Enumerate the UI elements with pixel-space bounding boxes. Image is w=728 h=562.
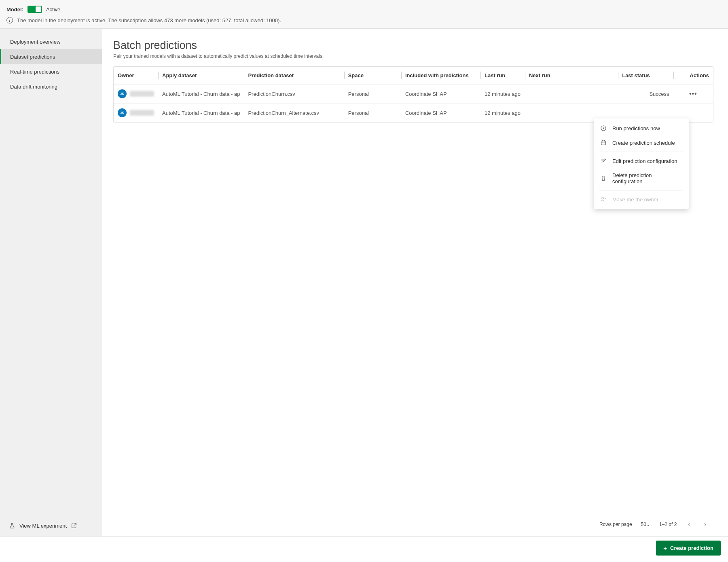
avatar: JK — [118, 108, 127, 117]
plus-icon: + — [663, 545, 667, 551]
svg-rect-1 — [601, 141, 606, 145]
col-prediction-dataset[interactable]: Prediction dataset — [244, 67, 344, 85]
calendar-icon — [600, 139, 607, 146]
predictions-table-wrap: Owner Apply dataset Prediction dataset S… — [113, 66, 713, 123]
menu-delete-config-label: Delete prediction configuration — [612, 172, 682, 184]
cell-included: Coordinate SHAP — [401, 104, 480, 123]
user-icon — [600, 196, 607, 203]
edit-icon — [600, 158, 607, 164]
chevron-down-icon: ⌄ — [646, 522, 650, 527]
cell-apply-dataset: AutoML Tutorial - Churn data - ap — [158, 104, 244, 123]
svg-point-2 — [602, 197, 604, 199]
sidebar: Deployment overview Dataset predictions … — [0, 29, 102, 536]
cell-owner: JK — [114, 104, 158, 123]
info-row: i The model in the deployment is active.… — [6, 17, 722, 23]
owner-name-blurred — [130, 110, 154, 116]
col-last-status[interactable]: Last status — [618, 67, 673, 85]
col-actions: Actions — [673, 67, 713, 85]
menu-make-owner: Make me the owner — [594, 192, 689, 207]
menu-edit-config-label: Edit prediction configuration — [612, 158, 677, 164]
cell-space: Personal — [344, 104, 401, 123]
row-actions-button[interactable]: ••• — [689, 90, 697, 97]
col-apply-dataset[interactable]: Apply dataset — [158, 67, 244, 85]
sidebar-item-dataset-predictions[interactable]: Dataset predictions — [0, 49, 102, 64]
model-status-row: Model: Active — [6, 6, 722, 13]
external-link-icon — [71, 522, 77, 529]
col-last-run[interactable]: Last run — [480, 67, 525, 85]
menu-edit-config[interactable]: Edit prediction configuration — [594, 154, 689, 168]
menu-make-owner-label: Make me the owner — [612, 196, 658, 203]
info-text: The model in the deployment is active. T… — [17, 17, 281, 23]
col-space[interactable]: Space — [344, 67, 401, 85]
view-ml-experiment-label: View ML experiment — [19, 523, 67, 529]
menu-create-schedule-label: Create prediction schedule — [612, 140, 675, 146]
cell-last-run: 12 minutes ago — [480, 85, 525, 104]
run-icon — [600, 125, 607, 131]
sidebar-item-data-drift-monitoring[interactable]: Data drift monitoring — [0, 79, 102, 94]
table-header-row: Owner Apply dataset Prediction dataset S… — [114, 67, 713, 85]
pagination-range: 1–2 of 2 — [659, 522, 677, 527]
model-toggle[interactable] — [28, 6, 42, 13]
cell-included: Coordinate SHAP — [401, 85, 480, 104]
create-prediction-button[interactable]: + Create prediction — [656, 541, 721, 556]
bottom-bar: + Create prediction — [0, 536, 728, 560]
avatar: JK — [118, 89, 127, 98]
view-ml-experiment-link[interactable]: View ML experiment — [0, 515, 102, 536]
pagination-next[interactable]: › — [702, 521, 709, 528]
cell-apply-dataset: AutoML Tutorial - Churn data - ap — [158, 85, 244, 104]
predictions-table: Owner Apply dataset Prediction dataset S… — [114, 67, 713, 122]
cell-next-run — [525, 85, 618, 104]
main-content: Batch predictions Pair your trained mode… — [102, 29, 728, 536]
menu-run-predictions-now[interactable]: Run predictions now — [594, 121, 689, 135]
cell-prediction-dataset: PredictionChurn_Alternate.csv — [244, 104, 344, 123]
sidebar-item-realtime-predictions[interactable]: Real-time predictions — [0, 64, 102, 79]
rows-per-page-select[interactable]: 50⌄ — [641, 522, 650, 527]
cell-actions: ••• — [673, 85, 713, 104]
create-prediction-label: Create prediction — [670, 545, 713, 551]
col-owner[interactable]: Owner — [114, 67, 158, 85]
pagination: Rows per page 50⌄ 1–2 of 2 ‹ › — [113, 513, 713, 536]
cell-prediction-dataset: PredictionChurn.csv — [244, 85, 344, 104]
owner-name-blurred — [130, 91, 154, 97]
cell-space: Personal — [344, 85, 401, 104]
pagination-prev[interactable]: ‹ — [686, 521, 692, 528]
menu-separator — [599, 190, 683, 190]
menu-delete-config[interactable]: Delete prediction configuration — [594, 168, 689, 188]
cell-owner: JK — [114, 85, 158, 104]
rows-per-page-label: Rows per page — [599, 522, 632, 527]
cell-last-status: Success — [618, 85, 673, 104]
menu-separator — [599, 152, 683, 152]
row-actions-menu: Run predictions now Create prediction sc… — [594, 118, 689, 209]
page-subtitle: Pair your trained models with a dataset … — [113, 53, 713, 59]
flask-icon — [9, 522, 15, 529]
model-label: Model: — [6, 6, 23, 13]
table-row[interactable]: JK AutoML Tutorial - Churn data - ap Pre… — [114, 85, 713, 104]
main-layout: Deployment overview Dataset predictions … — [0, 29, 728, 536]
col-included[interactable]: Included with predictions — [401, 67, 480, 85]
cell-last-run: 12 minutes ago — [480, 104, 525, 123]
top-header: Model: Active i The model in the deploym… — [0, 0, 728, 29]
model-status-text: Active — [46, 6, 60, 13]
menu-run-predictions-now-label: Run predictions now — [612, 125, 660, 131]
sidebar-nav: Deployment overview Dataset predictions … — [0, 29, 102, 94]
info-icon: i — [6, 17, 13, 23]
page-title: Batch predictions — [113, 39, 713, 52]
sidebar-item-deployment-overview[interactable]: Deployment overview — [0, 34, 102, 49]
col-next-run[interactable]: Next run — [525, 67, 618, 85]
menu-create-schedule[interactable]: Create prediction schedule — [594, 135, 689, 150]
trash-icon — [600, 175, 607, 182]
